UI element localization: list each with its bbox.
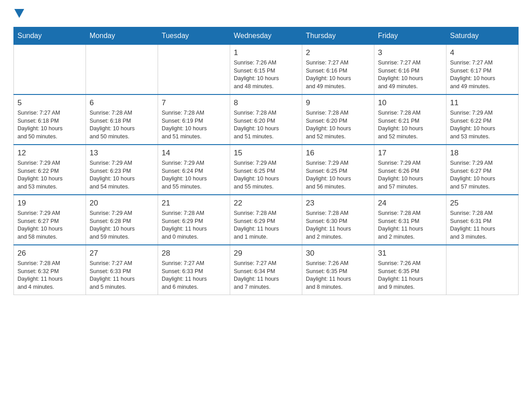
day-number: 12 [17,149,82,158]
day-number: 19 [17,199,82,208]
calendar-header-row: SundayMondayTuesdayWednesdayThursdayFrid… [14,27,519,45]
calendar-day-cell: 29Sunrise: 7:27 AM Sunset: 6:34 PM Dayli… [230,245,302,295]
day-header-sunday: Sunday [14,27,86,45]
calendar-day-cell: 22Sunrise: 7:28 AM Sunset: 6:29 PM Dayli… [230,195,302,245]
day-number: 31 [378,249,442,258]
day-info: Sunrise: 7:26 AM Sunset: 6:35 PM Dayligh… [306,260,370,291]
day-number: 29 [234,249,298,258]
day-number: 20 [90,199,154,208]
day-info: Sunrise: 7:29 AM Sunset: 6:22 PM Dayligh… [450,109,515,141]
calendar-day-cell: 23Sunrise: 7:28 AM Sunset: 6:30 PM Dayli… [302,195,374,245]
day-number: 16 [306,149,370,158]
day-info: Sunrise: 7:26 AM Sunset: 6:15 PM Dayligh… [234,59,298,90]
day-number: 23 [306,199,370,208]
day-number: 5 [17,98,82,107]
day-info: Sunrise: 7:29 AM Sunset: 6:28 PM Dayligh… [90,210,154,241]
day-number: 3 [378,48,442,57]
day-number: 13 [90,149,154,158]
page-header [13,9,519,18]
calendar-day-cell: 8Sunrise: 7:28 AM Sunset: 6:20 PM Daylig… [230,94,302,145]
calendar-day-cell: 2Sunrise: 7:27 AM Sunset: 6:16 PM Daylig… [302,45,374,95]
calendar-day-cell: 25Sunrise: 7:28 AM Sunset: 6:31 PM Dayli… [446,195,519,245]
calendar-day-cell: 6Sunrise: 7:28 AM Sunset: 6:18 PM Daylig… [86,94,158,145]
calendar-day-cell: 4Sunrise: 7:27 AM Sunset: 6:17 PM Daylig… [446,45,519,95]
day-number: 30 [306,249,370,258]
day-info: Sunrise: 7:29 AM Sunset: 6:24 PM Dayligh… [162,159,226,191]
day-number: 21 [162,199,226,208]
day-info: Sunrise: 7:28 AM Sunset: 6:18 PM Dayligh… [90,109,154,141]
calendar-week-row: 26Sunrise: 7:28 AM Sunset: 6:32 PM Dayli… [14,245,519,295]
svg-marker-0 [14,9,24,18]
day-info: Sunrise: 7:28 AM Sunset: 6:20 PM Dayligh… [306,109,370,141]
calendar-day-cell: 20Sunrise: 7:29 AM Sunset: 6:28 PM Dayli… [86,195,158,245]
calendar-day-cell: 3Sunrise: 7:27 AM Sunset: 6:16 PM Daylig… [374,45,446,95]
day-number: 28 [162,249,226,258]
calendar-day-cell: 7Sunrise: 7:28 AM Sunset: 6:19 PM Daylig… [158,94,230,145]
day-info: Sunrise: 7:29 AM Sunset: 6:25 PM Dayligh… [306,159,370,191]
day-info: Sunrise: 7:28 AM Sunset: 6:29 PM Dayligh… [234,210,298,241]
calendar-day-cell: 18Sunrise: 7:29 AM Sunset: 6:27 PM Dayli… [446,145,519,195]
day-info: Sunrise: 7:27 AM Sunset: 6:16 PM Dayligh… [378,59,442,90]
day-info: Sunrise: 7:27 AM Sunset: 6:17 PM Dayligh… [450,59,515,90]
day-info: Sunrise: 7:29 AM Sunset: 6:26 PM Dayligh… [378,159,442,191]
calendar-day-cell: 26Sunrise: 7:28 AM Sunset: 6:32 PM Dayli… [14,245,86,295]
calendar-day-cell: 17Sunrise: 7:29 AM Sunset: 6:26 PM Dayli… [374,145,446,195]
day-number: 25 [450,199,515,208]
calendar-week-row: 1Sunrise: 7:26 AM Sunset: 6:15 PM Daylig… [14,45,519,95]
day-info: Sunrise: 7:28 AM Sunset: 6:31 PM Dayligh… [378,210,442,241]
calendar-day-cell: 1Sunrise: 7:26 AM Sunset: 6:15 PM Daylig… [230,45,302,95]
calendar-week-row: 5Sunrise: 7:27 AM Sunset: 6:18 PM Daylig… [14,94,519,145]
day-info: Sunrise: 7:29 AM Sunset: 6:22 PM Dayligh… [17,159,82,191]
day-number: 18 [450,149,515,158]
day-number: 6 [90,98,154,107]
calendar-day-cell: 14Sunrise: 7:29 AM Sunset: 6:24 PM Dayli… [158,145,230,195]
day-info: Sunrise: 7:27 AM Sunset: 6:18 PM Dayligh… [17,109,82,141]
day-number: 7 [162,98,226,107]
day-number: 22 [234,199,298,208]
logo-triangle-icon [14,9,24,18]
calendar-day-cell [158,45,230,95]
calendar-day-cell: 21Sunrise: 7:28 AM Sunset: 6:29 PM Dayli… [158,195,230,245]
day-info: Sunrise: 7:28 AM Sunset: 6:31 PM Dayligh… [450,210,515,241]
calendar-day-cell: 9Sunrise: 7:28 AM Sunset: 6:20 PM Daylig… [302,94,374,145]
calendar-table: SundayMondayTuesdayWednesdayThursdayFrid… [13,27,519,295]
day-header-friday: Friday [374,27,446,45]
day-info: Sunrise: 7:27 AM Sunset: 6:33 PM Dayligh… [90,260,154,291]
day-number: 26 [17,249,82,258]
calendar-day-cell: 30Sunrise: 7:26 AM Sunset: 6:35 PM Dayli… [302,245,374,295]
day-header-saturday: Saturday [446,27,519,45]
day-number: 1 [234,48,298,57]
calendar-day-cell: 16Sunrise: 7:29 AM Sunset: 6:25 PM Dayli… [302,145,374,195]
day-header-monday: Monday [86,27,158,45]
day-info: Sunrise: 7:29 AM Sunset: 6:27 PM Dayligh… [17,210,82,241]
calendar-day-cell: 5Sunrise: 7:27 AM Sunset: 6:18 PM Daylig… [14,94,86,145]
day-number: 4 [450,48,515,57]
day-header-tuesday: Tuesday [158,27,230,45]
day-info: Sunrise: 7:29 AM Sunset: 6:27 PM Dayligh… [450,159,515,191]
day-number: 17 [378,149,442,158]
calendar-day-cell [14,45,86,95]
day-number: 14 [162,149,226,158]
day-number: 9 [306,98,370,107]
day-info: Sunrise: 7:28 AM Sunset: 6:30 PM Dayligh… [306,210,370,241]
day-info: Sunrise: 7:28 AM Sunset: 6:29 PM Dayligh… [162,210,226,241]
calendar-day-cell: 11Sunrise: 7:29 AM Sunset: 6:22 PM Dayli… [446,94,519,145]
calendar-week-row: 19Sunrise: 7:29 AM Sunset: 6:27 PM Dayli… [14,195,519,245]
day-header-thursday: Thursday [302,27,374,45]
day-info: Sunrise: 7:27 AM Sunset: 6:34 PM Dayligh… [234,260,298,291]
day-info: Sunrise: 7:28 AM Sunset: 6:32 PM Dayligh… [17,260,82,291]
day-info: Sunrise: 7:28 AM Sunset: 6:20 PM Dayligh… [234,109,298,141]
day-number: 2 [306,48,370,57]
calendar-day-cell: 13Sunrise: 7:29 AM Sunset: 6:23 PM Dayli… [86,145,158,195]
day-number: 8 [234,98,298,107]
calendar-week-row: 12Sunrise: 7:29 AM Sunset: 6:22 PM Dayli… [14,145,519,195]
day-info: Sunrise: 7:26 AM Sunset: 6:35 PM Dayligh… [378,260,442,291]
calendar-day-cell: 10Sunrise: 7:28 AM Sunset: 6:21 PM Dayli… [374,94,446,145]
calendar-day-cell: 31Sunrise: 7:26 AM Sunset: 6:35 PM Dayli… [374,245,446,295]
day-header-wednesday: Wednesday [230,27,302,45]
logo [13,9,24,18]
day-info: Sunrise: 7:27 AM Sunset: 6:33 PM Dayligh… [162,260,226,291]
calendar-day-cell: 15Sunrise: 7:29 AM Sunset: 6:25 PM Dayli… [230,145,302,195]
day-info: Sunrise: 7:28 AM Sunset: 6:21 PM Dayligh… [378,109,442,141]
day-info: Sunrise: 7:27 AM Sunset: 6:16 PM Dayligh… [306,59,370,90]
